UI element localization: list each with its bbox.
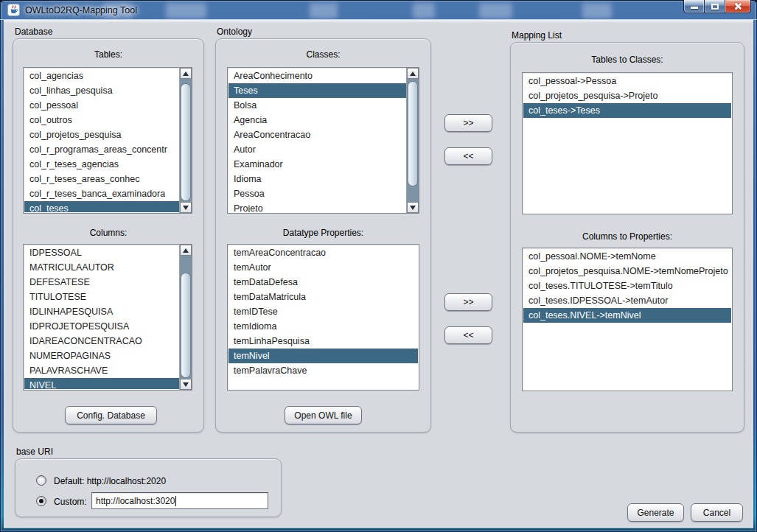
list-item[interactable]: col_projetos_pesquisa [24,127,180,142]
remove-column-mapping-button[interactable]: << [444,326,492,344]
list-item[interactable]: col_r_teses_areas_conhec [24,172,180,186]
list-item[interactable]: Autor [229,142,407,157]
list-item[interactable]: temDataDefesa [229,275,418,290]
scrollbar-thumb[interactable] [181,273,191,378]
config-database-button[interactable]: Config. Database [65,406,157,424]
scroll-up-button[interactable] [180,68,192,79]
custom-uri-value: http://localhost:3020 [96,496,175,506]
scrollbar-thumb[interactable] [181,83,191,201]
list-item[interactable]: Idioma [229,172,407,186]
list-item[interactable]: col_pessoal.NOME->temNome [523,249,731,264]
open-owl-file-button[interactable]: Open OWL file [285,406,362,424]
triangle-up-icon [183,71,189,76]
tables-scrollbar[interactable] [179,68,192,213]
maximize-button[interactable] [705,0,725,13]
columns-list[interactable]: IDPESSOALMATRICULAAUTORDEFESATESETITULOT… [23,244,192,391]
list-item[interactable]: NUMEROPAGINAS [24,349,180,363]
java-coffee-cup-icon [7,4,20,16]
list-item[interactable]: MATRICULAAUTOR [24,260,180,275]
list-item[interactable]: col_teses.IDPESSOAL->temAutor [523,293,731,308]
scroll-down-button[interactable] [180,202,192,213]
list-item[interactable]: temIDTese [229,304,418,319]
classes-list[interactable]: AreaConhecimentoTesesBolsaAgenciaAreaCon… [227,67,419,214]
database-panel-title: Database [15,27,52,37]
default-uri-radio[interactable] [36,475,46,486]
columns-scrollbar[interactable] [179,245,192,390]
columns-to-properties-list[interactable]: col_pessoal.NOME->temNomecol_projetos_pe… [522,248,733,391]
list-item[interactable]: col_projetos_pesquisa->Projeto [523,88,731,103]
list-item[interactable]: temAreaConcentracao [229,245,418,260]
datatype-properties-list[interactable]: temAreaConcentracaotemAutortemDataDefesa… [227,244,419,391]
scroll-up-button[interactable] [407,68,419,79]
list-item[interactable]: PALAVRASCHAVE [24,363,180,378]
custom-uri-radio[interactable] [36,496,46,506]
scrollbar-thumb[interactable] [408,81,418,186]
list-item[interactable]: col_teses->Teses [523,103,731,118]
scroll-up-button[interactable] [180,245,192,256]
list-item[interactable]: IDPROJETOPESQUISA [24,319,180,334]
list-item[interactable]: IDAREACONCENTRACAO [24,334,180,349]
triangle-up-icon [183,248,189,253]
list-item[interactable]: col_teses.NIVEL->temNivel [523,308,731,323]
titlebar-glass-decor [582,3,612,18]
ontology-panel-title: Ontology [217,27,252,37]
list-item[interactable]: col_r_teses_banca_examinadora [24,186,180,201]
app-window: OWLtoD2RQ-Mapping Tool Database Ontology… [0,0,757,532]
triangle-up-icon [410,71,416,76]
list-item[interactable]: Teses [229,83,407,98]
list-item[interactable]: temPalavraChave [229,363,418,378]
triangle-down-icon [183,382,189,387]
list-item[interactable]: IDPESSOAL [24,245,180,260]
list-item[interactable]: col_pessoal->Pessoa [523,74,731,88]
list-item[interactable]: Projeto [229,201,407,212]
list-item[interactable]: NIVEL [24,378,180,389]
classes-scrollbar[interactable] [406,68,419,213]
base-uri-panel-title: base URI [16,447,53,457]
list-item[interactable]: col_linhas_pesquisa [24,83,180,98]
generate-button[interactable]: Generate [627,503,684,522]
list-item[interactable]: Pessoa [229,186,407,201]
remove-table-mapping-button[interactable]: << [444,147,492,165]
tables-to-classes-list[interactable]: col_pessoal->Pessoacol_projetos_pesquisa… [522,72,733,214]
list-item[interactable]: TITULOTESE [24,290,180,304]
scroll-down-button[interactable] [407,202,419,213]
list-item[interactable]: IDLINHAPESQUISA [24,304,180,319]
list-item[interactable]: col_r_teses_agencias [24,157,180,172]
list-item[interactable]: col_pessoal [24,98,180,113]
list-item[interactable]: temLinhaPesquisa [229,334,418,349]
list-item[interactable]: temDataMatricula [229,290,418,304]
tables-list[interactable]: col_agenciascol_linhas_pesquisacol_pesso… [23,67,192,214]
add-table-mapping-button[interactable]: >> [444,114,492,132]
custom-uri-input[interactable]: http://localhost:3020 [91,492,268,509]
list-item[interactable]: AreaConcentracao [229,127,407,142]
cancel-button[interactable]: Cancel [691,503,743,522]
maximize-icon [711,4,719,10]
list-item[interactable]: col_teses.TITULOTESE->temTitulo [523,279,731,293]
list-item[interactable]: Agencia [229,113,407,127]
list-item[interactable]: Examinador [229,157,407,172]
list-item[interactable]: col_teses [24,201,180,212]
window-content: Database Ontology Mapping List base URI … [4,20,753,528]
list-item[interactable]: DEFESATESE [24,275,180,290]
minimize-button[interactable] [683,0,705,13]
custom-uri-label: Custom: [54,497,87,507]
titlebar-glass-decor [166,3,206,18]
add-column-mapping-button[interactable]: >> [444,293,492,311]
tables-label: Tables: [13,49,203,60]
list-item[interactable]: col_outros [24,113,180,127]
close-button[interactable] [725,0,751,13]
title-bar[interactable]: OWLtoD2RQ-Mapping Tool [0,0,757,20]
list-item[interactable]: temIdioma [229,319,418,334]
list-item[interactable]: col_r_programas_areas_concentr [24,142,180,157]
datatype-properties-label: Datatype Properties: [216,228,430,238]
list-item[interactable]: col_projetos_pesquisa.NOME->temNomeProje… [523,264,731,279]
base-uri-panel: Default: http://localhost:2020 Custom: h… [15,458,282,517]
list-item[interactable]: Bolsa [229,98,407,113]
list-item[interactable]: col_agencias [24,69,180,83]
titlebar-glass-decor [413,3,435,18]
list-item[interactable]: AreaConhecimento [229,69,407,83]
scroll-down-button[interactable] [180,379,192,390]
default-uri-label: Default: http://localhost:2020 [54,476,166,486]
list-item[interactable]: temNivel [229,349,418,363]
list-item[interactable]: temAutor [229,260,418,275]
